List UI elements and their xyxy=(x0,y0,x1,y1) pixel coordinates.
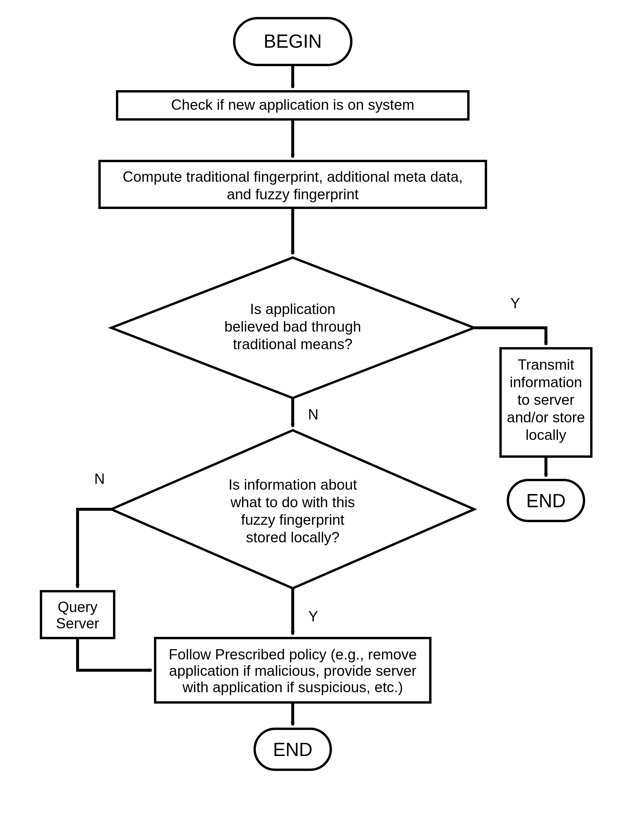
label-d2c: fuzzy fingerprint xyxy=(241,511,345,528)
label-d1-n: N xyxy=(308,406,319,423)
label-q2: Server xyxy=(56,615,99,632)
label-end1: END xyxy=(526,490,566,511)
label-q1: Query xyxy=(58,599,98,615)
label-d2d: stored locally? xyxy=(246,529,340,545)
label-begin: BEGIN xyxy=(264,31,322,52)
edge-d1-y-transmit xyxy=(474,328,546,345)
label-d2a: Is information about xyxy=(228,476,357,493)
label-trans3: to server xyxy=(518,392,575,408)
label-pol3: with application if suspicious, etc.) xyxy=(182,679,403,695)
label-compute-1: Compute traditional fingerprint, additio… xyxy=(123,168,463,185)
label-d2-n: N xyxy=(94,471,105,487)
label-d1b: believed bad through xyxy=(224,318,361,335)
label-d2b: what to do with this xyxy=(230,494,355,510)
label-d1a: Is application xyxy=(250,301,336,317)
edge-d2-n-query xyxy=(78,509,111,588)
label-compute-2: and fuzzy fingerprint xyxy=(227,186,359,202)
label-trans5: locally xyxy=(526,427,566,443)
label-d1-y: Y xyxy=(510,295,520,311)
label-check: Check if new application is on system xyxy=(171,96,414,113)
edge-query-policy xyxy=(78,638,152,670)
label-trans4: and/or store xyxy=(507,409,585,426)
label-trans2: information xyxy=(510,374,582,390)
label-d1c: traditional means? xyxy=(233,336,353,352)
label-pol2: application if malicious, provide server xyxy=(169,663,417,679)
label-pol1: Follow Prescribed policy (e.g., remove xyxy=(169,646,417,663)
label-end2: END xyxy=(273,739,312,760)
label-d2-y: Y xyxy=(308,608,318,625)
flowchart: BEGIN Check if new application is on sys… xyxy=(0,0,644,816)
label-trans1: Transmit xyxy=(518,357,574,373)
